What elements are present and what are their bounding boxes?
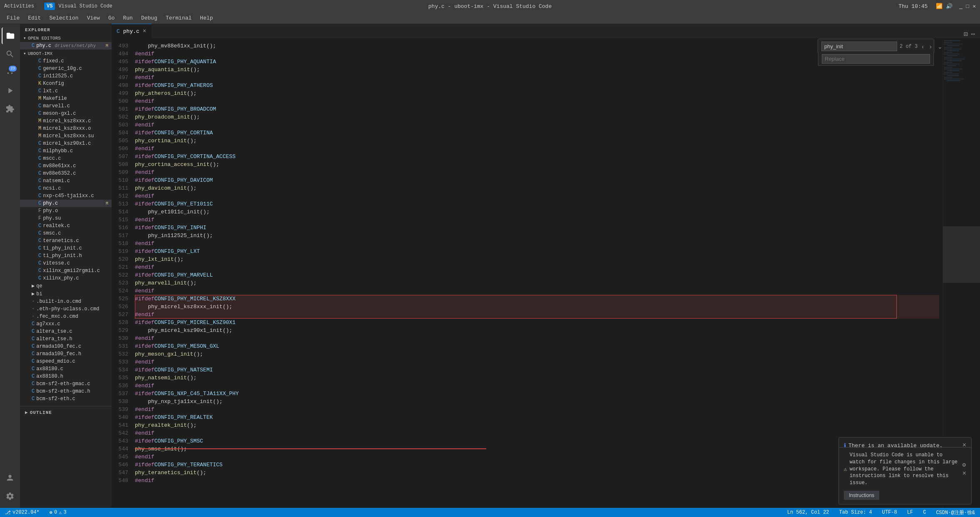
- sidebar-file-physu[interactable]: F phy.su: [20, 215, 112, 222]
- menu-selection[interactable]: Selection: [46, 14, 82, 22]
- watcher-settings-icon[interactable]: ⚙: [962, 461, 966, 468]
- code-line-522: #ifdef CONFIG_PHY_MARVELL: [135, 271, 939, 279]
- menu-terminal[interactable]: Terminal: [162, 14, 195, 22]
- sidebar-file-natsemi[interactable]: C natsemi.c: [20, 177, 112, 185]
- menu-file[interactable]: File: [3, 14, 23, 22]
- sidebar-file-kconfig[interactable]: K Kconfig: [20, 80, 112, 87]
- sidebar-file-altera-tse-h[interactable]: C altera_tse.h: [20, 335, 112, 343]
- sidebar-file-vitesse[interactable]: C vitesse.c: [20, 260, 112, 267]
- sidebar-file-aspeed-mdio[interactable]: C aspeed_mdio.c: [20, 358, 112, 365]
- sidebar-section-uboot[interactable]: ▾ UBOOT-IMX: [20, 49, 112, 57]
- menu-help[interactable]: Help: [196, 14, 216, 22]
- sidebar-file-micrel-ksz8xxx-c[interactable]: M micrel_ksz8xxx.c: [20, 117, 112, 125]
- encoding[interactable]: UTF-8: [881, 510, 899, 515]
- activity-extensions[interactable]: [2, 101, 18, 117]
- sidebar-file-xilinx-phy[interactable]: C xilinx_phy.c: [20, 275, 112, 282]
- sidebar-file-eth-phy[interactable]: · .eth-phy-uclass.o.cmd: [20, 305, 112, 313]
- sidebar-file-teranetics[interactable]: C teranetics.c: [20, 237, 112, 245]
- sidebar-file-ti-phy-init-h[interactable]: C ti_phy_init.h: [20, 252, 112, 260]
- language-mode[interactable]: C: [921, 510, 928, 515]
- sidebar-file-phyo[interactable]: F phy.o: [20, 207, 112, 215]
- menu-debug[interactable]: Debug: [138, 14, 161, 22]
- sidebar-file-micrel-ksz90x1[interactable]: C micrel_ksz90x1.c: [20, 140, 112, 147]
- h-icon: C: [32, 374, 35, 379]
- sidebar-file-phyc[interactable]: C phy.c M: [20, 200, 112, 207]
- sidebar-folder-bi[interactable]: ▶ bi: [20, 290, 112, 298]
- sidebar-file-meson[interactable]: C meson-gxl.c: [20, 110, 112, 117]
- sidebar-file-marvell[interactable]: C marvell.c: [20, 102, 112, 110]
- minimize-btn[interactable]: ⎯: [959, 3, 963, 10]
- sidebar-file-ax88180-h[interactable]: C ax88180.h: [20, 373, 112, 380]
- split-editor-icon[interactable]: ⊡: [964, 30, 968, 38]
- activity-avatar[interactable]: [2, 470, 18, 486]
- sidebar-file-milphybb[interactable]: C milphybb.c: [20, 147, 112, 155]
- outline-title[interactable]: ▶ OUTLINE: [20, 408, 112, 417]
- open-editor-phyc[interactable]: C phy.c drivers/net/phy M: [20, 42, 112, 49]
- errors-warnings[interactable]: ⊗ 0 ⚠ 3: [48, 508, 68, 517]
- replace-input[interactable]: [822, 54, 930, 64]
- sidebar-file-bcm-sf2-eth-gmac-c[interactable]: C bcm-sf2-eth-gmac.c: [20, 380, 112, 388]
- more-actions-icon[interactable]: ⋯: [971, 30, 975, 38]
- sidebar-file-armada100-fec-h[interactable]: C armada100_fec.h: [20, 350, 112, 358]
- find-input[interactable]: [821, 42, 897, 51]
- sidebar-file-xilinx-gmii[interactable]: C xilinx_gmii2rgmii.c: [20, 267, 112, 275]
- sidebar-file-makefile[interactable]: M Makefile: [20, 95, 112, 102]
- sidebar-section-open-editors[interactable]: ▾ OPEN EDITORS: [20, 34, 112, 42]
- code-line-542: #endif: [135, 429, 939, 437]
- watcher-close-icon[interactable]: ×: [962, 470, 966, 477]
- find-expand-btn[interactable]: ⌄: [936, 42, 943, 51]
- sidebar-file-ti-phy-init-c[interactable]: C ti_phy_init.c: [20, 245, 112, 252]
- find-prev-btn[interactable]: ‹: [920, 42, 925, 51]
- instructions-btn[interactable]: Instructions: [844, 491, 879, 500]
- code-line-541: phy_realtek_init();: [135, 421, 939, 429]
- sidebar-file-fixed[interactable]: C fixed.c: [20, 57, 112, 65]
- sidebar-file-mv88e61xx[interactable]: C mv88e61xx.c: [20, 162, 112, 170]
- find-next-btn[interactable]: ›: [928, 42, 933, 51]
- svg-rect-5: [944, 44, 963, 45]
- menu-go[interactable]: Go: [105, 14, 118, 22]
- sidebar-file-ax88180-c[interactable]: C ax88180.c: [20, 365, 112, 373]
- sidebar-file-built-in[interactable]: · .built-in.o.cmd: [20, 298, 112, 305]
- main-editor[interactable]: 2 of 3 ‹ › ⌄ ⚙ ✕ 49349449549649749849950…: [112, 39, 943, 508]
- sidebar-file-altera-tse-c[interactable]: C altera_tse.c: [20, 328, 112, 335]
- sidebar-file-micrel-ksz8xxx-su[interactable]: M micrel_ksz8xxx.su: [20, 132, 112, 140]
- menu-run[interactable]: Run: [119, 14, 136, 22]
- sidebar-folder-qe[interactable]: ▶ qe: [20, 282, 112, 290]
- activity-search[interactable]: [2, 46, 18, 62]
- maximize-btn[interactable]: □: [966, 3, 969, 10]
- close-btn[interactable]: ✕: [973, 3, 976, 10]
- menu-edit[interactable]: Edit: [25, 14, 44, 22]
- sidebar-file-nxp-c45[interactable]: C nxp-c45-tja11xx.c: [20, 192, 112, 200]
- chevron-down-icon: ▾: [23, 35, 26, 41]
- line-ending[interactable]: LF: [905, 510, 915, 515]
- code-line-511: phy_davicom_init();: [135, 184, 939, 192]
- activity-explorer[interactable]: [2, 27, 18, 44]
- sidebar-file-generic10g[interactable]: C generic_10g.c: [20, 65, 112, 72]
- sidebar-file-in112525[interactable]: C in112525.c: [20, 72, 112, 80]
- menu-view[interactable]: View: [84, 14, 103, 22]
- tab-size[interactable]: Tab Size: 4: [838, 510, 874, 515]
- sidebar-file-mscc[interactable]: C mscc.c: [20, 155, 112, 162]
- sidebar-file-lxt[interactable]: C lxt.c: [20, 87, 112, 95]
- activity-run[interactable]: [2, 82, 18, 99]
- sidebar-file-bcm-sf2-eth-gmac-h[interactable]: C bcm-sf2-eth-gmac.h: [20, 388, 112, 395]
- sidebar-file-bcm-sf2-eth-c[interactable]: C bcm-sf2-eth.c: [20, 395, 112, 403]
- activity-settings[interactable]: [2, 488, 18, 505]
- git-branch[interactable]: ⎇ v2022.04*: [3, 508, 41, 517]
- sidebar-file-ag7xxx[interactable]: C ag7xxx.c: [20, 320, 112, 328]
- sidebar-file-ncsi[interactable]: C ncsi.c: [20, 185, 112, 192]
- activity-source-control[interactable]: 23: [2, 64, 18, 81]
- sidebar-file-fec-mxc[interactable]: · .fec_mxc.o.cmd: [20, 313, 112, 320]
- sidebar-file-armada100-fec-c[interactable]: C armada100_fec.c: [20, 343, 112, 350]
- tab-close-btn[interactable]: ×: [143, 28, 146, 35]
- code-lines[interactable]: phy_mv88e61xx_init();#endif#ifdef CONFIG…: [132, 42, 943, 508]
- cursor-position[interactable]: Ln 562, Col 22: [786, 510, 831, 515]
- svg-rect-23: [944, 74, 959, 74]
- sidebar-file-mv88e6352[interactable]: C mv88e6352.c: [20, 170, 112, 177]
- feedback[interactable]: CSDN·@注册·徐&: [934, 509, 977, 516]
- tab-phyc[interactable]: C phy.c ×: [112, 24, 152, 38]
- code-line-499: phy_atheros_init();: [135, 89, 939, 97]
- sidebar-file-realtek[interactable]: C realtek.c: [20, 222, 112, 230]
- sidebar-file-smsc[interactable]: C smsc.c: [20, 230, 112, 237]
- sidebar-file-micrel-ksz8xxx-o[interactable]: M micrel_ksz8xxx.o: [20, 125, 112, 132]
